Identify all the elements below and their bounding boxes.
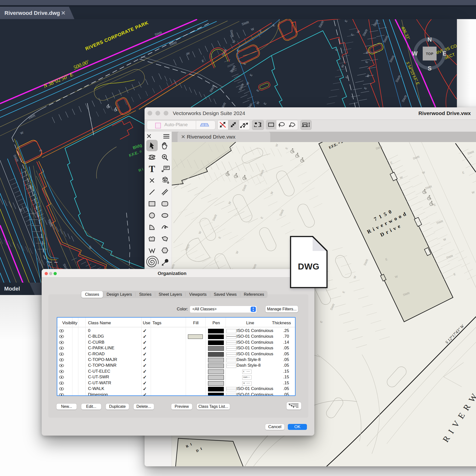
svg-text:DWG: DWG xyxy=(298,262,319,271)
svg-text:E: E xyxy=(259,29,262,33)
svg-text:SWR: SWR xyxy=(241,20,249,26)
svg-text:SWR: SWR xyxy=(184,243,191,251)
svg-text:E: E xyxy=(364,60,369,64)
svg-text:W: W xyxy=(471,190,475,195)
svg-text:W: W xyxy=(275,143,279,147)
svg-text:W: W xyxy=(353,275,357,279)
svg-text:E: E xyxy=(260,216,264,219)
svg-text:W: W xyxy=(245,81,250,86)
svg-text:SWR: SWR xyxy=(259,169,265,177)
svg-text:SWR: SWR xyxy=(212,214,218,222)
svg-text:E: E xyxy=(433,203,436,207)
svg-text:W: W xyxy=(422,171,426,175)
svg-text:W: W xyxy=(340,64,345,68)
svg-text:W: W xyxy=(198,230,202,235)
svg-text:SWR: SWR xyxy=(401,94,408,103)
svg-text:SWR: SWR xyxy=(279,209,285,217)
svg-text:S: S xyxy=(428,65,432,72)
svg-text:RIVERS CORPORATE PARK: RIVERS CORPORATE PARK xyxy=(85,20,149,52)
svg-text:SWR: SWR xyxy=(388,55,395,63)
svg-text:SWR: SWR xyxy=(363,258,369,266)
svg-text:SWR: SWR xyxy=(362,29,369,37)
svg-text:SWR: SWR xyxy=(47,218,54,227)
svg-text:E: E xyxy=(390,161,393,165)
svg-text:SWR: SWR xyxy=(169,41,177,47)
svg-text:N: N xyxy=(427,36,432,43)
svg-text:S 12°17'43" W: S 12°17'43" W xyxy=(445,323,465,345)
svg-text:E: E xyxy=(263,102,267,105)
svg-text:W: W xyxy=(412,50,418,57)
svg-text:E: E xyxy=(272,23,275,27)
svg-text:W: W xyxy=(232,39,236,44)
svg-text:E: E xyxy=(249,73,253,77)
svg-text:SWR: SWR xyxy=(241,184,248,192)
svg-text:E: E xyxy=(201,59,205,63)
svg-text:SWR: SWR xyxy=(467,150,475,155)
svg-text:E: E xyxy=(462,171,465,175)
svg-text:W: W xyxy=(270,191,274,195)
svg-text:SWR: SWR xyxy=(318,20,325,29)
svg-text:E: E xyxy=(285,147,289,150)
svg-text:W: W xyxy=(256,100,260,105)
svg-text:W: W xyxy=(235,250,239,254)
svg-text:SWR: SWR xyxy=(209,85,216,93)
svg-text:W: W xyxy=(20,130,24,135)
svg-text:SWR: SWR xyxy=(28,114,36,120)
svg-text:E: E xyxy=(319,320,323,324)
svg-text:E: E xyxy=(443,50,446,57)
svg-text:E: E xyxy=(363,86,367,90)
svg-text:R i: R i xyxy=(138,167,144,173)
svg-text:E: E xyxy=(38,149,43,152)
svg-text:W: W xyxy=(443,238,447,242)
svg-text:TOP: TOP xyxy=(426,52,433,56)
svg-text:SWR: SWR xyxy=(425,185,432,190)
svg-text:W: W xyxy=(88,245,93,250)
svg-text:E: E xyxy=(344,19,348,23)
svg-text:SWR: SWR xyxy=(412,155,420,160)
svg-text:Bldg: Bldg xyxy=(132,143,143,150)
svg-text:SWR: SWR xyxy=(229,30,234,37)
svg-text:T: T xyxy=(149,164,155,174)
svg-text:E: E xyxy=(342,291,346,294)
svg-text:W: W xyxy=(356,29,361,34)
svg-text:E: E xyxy=(218,236,222,239)
svg-text:SWR: SWR xyxy=(436,219,444,225)
svg-text:E: E xyxy=(350,33,354,36)
svg-text:F.F.E. =: F.F.E. = xyxy=(128,149,142,158)
svg-text:R I V E R W: R I V E R W xyxy=(441,391,476,444)
svg-text:E: E xyxy=(453,272,456,276)
svg-text:SWR: SWR xyxy=(395,75,402,83)
svg-text:SWR: SWR xyxy=(446,254,453,260)
svg-text:W: W xyxy=(250,27,255,31)
svg-text:W: W xyxy=(228,201,232,205)
svg-text:W: W xyxy=(399,176,403,180)
